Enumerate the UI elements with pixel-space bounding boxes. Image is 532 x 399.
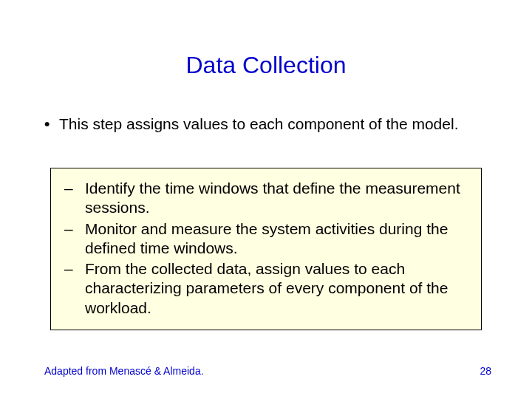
main-bullet-text: This step assigns values to each compone… — [59, 115, 458, 134]
dash-icon: – — [63, 219, 85, 259]
sub-bullet-text: From the collected data, assign values t… — [85, 259, 469, 318]
sub-bullet-text: Monitor and measure the system activitie… — [85, 219, 469, 259]
bullet-dot: • — [44, 115, 59, 134]
dash-icon: – — [63, 259, 85, 318]
slide-title: Data Collection — [0, 52, 532, 79]
slide: Data Collection • This step assigns valu… — [0, 0, 532, 399]
footer-attribution: Adapted from Menascé & Almeida. — [44, 365, 204, 377]
sub-bullet: – Monitor and measure the system activit… — [63, 219, 469, 259]
sub-bullet: – Identify the time windows that define … — [63, 179, 469, 218]
dash-icon: – — [63, 179, 85, 218]
sub-bullet-text: Identify the time windows that define th… — [85, 179, 469, 218]
highlight-box: – Identify the time windows that define … — [50, 168, 482, 330]
page-number: 28 — [480, 365, 491, 377]
main-bullet: • This step assigns values to each compo… — [44, 115, 488, 134]
sub-bullet: – From the collected data, assign values… — [63, 259, 469, 318]
